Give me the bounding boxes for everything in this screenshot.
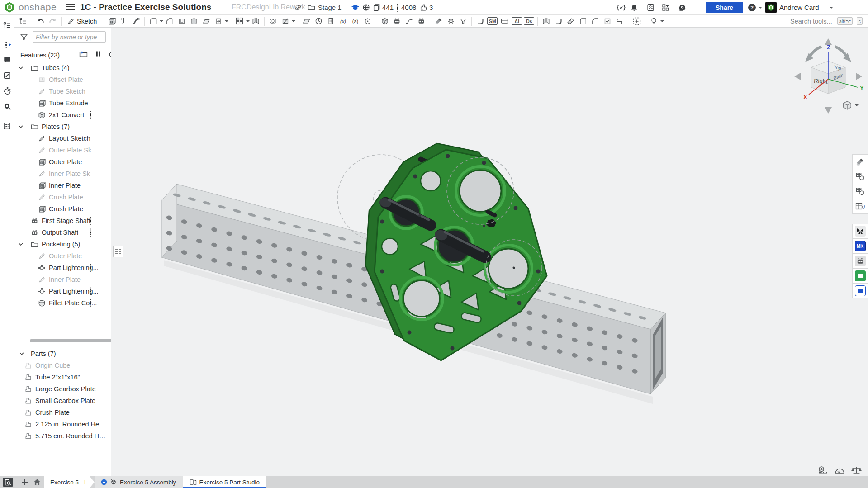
ai-badge[interactable]: Ai bbox=[511, 16, 523, 27]
chevron-down-icon[interactable] bbox=[18, 124, 24, 129]
feature-row[interactable]: Crush Plate bbox=[14, 191, 111, 203]
chevron-down-icon[interactable] bbox=[18, 65, 24, 71]
custom-feature-robot-icon[interactable] bbox=[391, 16, 403, 27]
undo-icon[interactable] bbox=[34, 16, 47, 27]
suppress-slider-icon[interactable] bbox=[89, 217, 92, 225]
part-row[interactable]: Large Gearbox Plate bbox=[14, 383, 111, 395]
apps-grid-icon[interactable] bbox=[662, 0, 669, 15]
public-globe-icon[interactable] bbox=[362, 0, 370, 15]
bom-table-icon[interactable] bbox=[852, 169, 868, 184]
curve-icon[interactable] bbox=[403, 16, 415, 27]
notifications-bell-icon[interactable]: 9+ bbox=[630, 0, 638, 15]
feature-row[interactable]: Layout Sketch bbox=[14, 133, 111, 144]
app-mk-icon[interactable]: MK bbox=[852, 239, 868, 254]
hole-icon[interactable] bbox=[188, 16, 200, 27]
graphics-area[interactable]: Top Right Back Z Y X bbox=[111, 28, 868, 476]
tolerance-icon[interactable] bbox=[457, 16, 469, 27]
tape-measure-icon[interactable] bbox=[818, 466, 828, 474]
tab-manager-icon[interactable] bbox=[3, 478, 13, 487]
thicken-dropdown[interactable] bbox=[225, 20, 228, 22]
new-folder-icon[interactable] bbox=[79, 50, 88, 58]
transform-icon[interactable] bbox=[325, 16, 337, 27]
draft-icon[interactable] bbox=[200, 16, 212, 27]
chamfer-icon[interactable] bbox=[163, 16, 175, 27]
protractor-icon[interactable] bbox=[835, 466, 845, 474]
sheet-metal-flat-icon[interactable] bbox=[498, 16, 511, 27]
features-panel-flyout-button[interactable] bbox=[113, 246, 123, 257]
sheet-metal-flange-icon[interactable] bbox=[474, 16, 486, 27]
home-tab-button[interactable] bbox=[30, 476, 44, 488]
feature-row[interactable]: Tube Extrude bbox=[14, 97, 111, 109]
tab-assembly[interactable]: Exercise 5 Assembly bbox=[95, 476, 183, 488]
sketch-button[interactable]: Sketch bbox=[64, 16, 100, 27]
chevron-down-icon[interactable] bbox=[19, 351, 24, 356]
config-table-icon[interactable]: x) bbox=[852, 199, 868, 214]
feature-row[interactable]: First Stage Shaft bbox=[14, 215, 111, 227]
export-flat-icon[interactable] bbox=[540, 16, 552, 27]
primitive-cube-icon[interactable] bbox=[379, 16, 391, 27]
feature-row[interactable]: Outer Plate bbox=[14, 250, 111, 262]
education-icon[interactable] bbox=[351, 0, 360, 15]
assembly-robot-icon[interactable] bbox=[648, 16, 660, 27]
cut-list-icon[interactable] bbox=[852, 184, 868, 199]
versions-panel-icon[interactable] bbox=[1, 39, 13, 51]
suppress-pause-icon[interactable] bbox=[95, 50, 101, 57]
versions-stat[interactable]: 4008 bbox=[396, 0, 416, 15]
tab-check-icon[interactable] bbox=[601, 16, 613, 27]
app-robot-icon[interactable] bbox=[852, 254, 868, 269]
chevron-down-icon[interactable] bbox=[18, 242, 24, 247]
thicken-icon[interactable] bbox=[212, 16, 224, 27]
featurescript-search-icon[interactable]: (a) bbox=[349, 16, 361, 27]
ds-badge[interactable]: Ds bbox=[523, 16, 535, 27]
parts-header[interactable]: Parts (7) bbox=[14, 348, 111, 360]
split-icon[interactable] bbox=[279, 16, 291, 27]
bend-icon[interactable] bbox=[552, 16, 564, 27]
main-menu-button[interactable] bbox=[66, 4, 75, 11]
eraser-icon[interactable] bbox=[564, 16, 577, 27]
feature-row[interactable]: Tubes (4) bbox=[14, 62, 111, 74]
feature-filter-input[interactable] bbox=[33, 31, 106, 43]
notes-panel-icon[interactable] bbox=[1, 70, 13, 81]
redo-icon[interactable] bbox=[47, 16, 59, 27]
copies-stat[interactable]: 441 bbox=[373, 0, 394, 15]
custom-gear-icon[interactable] bbox=[445, 16, 457, 27]
feature-row[interactable]: Pocketing (5) bbox=[14, 238, 111, 250]
linear-pattern-icon[interactable] bbox=[233, 16, 246, 27]
extrude-icon[interactable] bbox=[105, 16, 118, 27]
part-row[interactable]: Tube 2"x1"x16" bbox=[14, 371, 111, 383]
feature-row[interactable]: Inner Plate bbox=[14, 274, 111, 285]
plane-icon[interactable] bbox=[300, 16, 313, 27]
feature-row[interactable]: Offset Plate bbox=[14, 74, 111, 85]
tab-document[interactable]: Exercise 5 - Flip bbox=[44, 476, 95, 488]
variable-icon[interactable]: (x) bbox=[337, 16, 349, 27]
feature-row[interactable]: Inner Plate bbox=[14, 180, 111, 191]
fillet-dropdown[interactable] bbox=[160, 20, 163, 22]
feature-row[interactable]: Outer Plate Sk bbox=[14, 144, 111, 156]
user-name[interactable]: Andrew Card bbox=[779, 4, 819, 11]
hem-icon[interactable] bbox=[613, 16, 626, 27]
mass-properties-icon[interactable] bbox=[851, 466, 862, 474]
onshape-logo[interactable]: onshape bbox=[4, 1, 57, 13]
appearance-icon[interactable] bbox=[432, 16, 445, 27]
view-mode-button[interactable] bbox=[839, 99, 862, 112]
learning-center-icon[interactable] bbox=[678, 0, 686, 15]
horizontal-scrollbar[interactable] bbox=[30, 339, 111, 342]
revolve-icon[interactable] bbox=[118, 16, 130, 27]
feature-row[interactable]: Part Lightening... bbox=[14, 285, 111, 297]
rollback-clock-icon[interactable] bbox=[108, 50, 111, 58]
mate-connector-icon[interactable] bbox=[361, 16, 374, 27]
tab-part-studio[interactable]: Exercise 5 Part Studio bbox=[183, 476, 266, 488]
likes-stat[interactable]: 3 bbox=[420, 0, 433, 15]
boolean-icon[interactable] bbox=[267, 16, 279, 27]
search-settings-icon[interactable] bbox=[1, 100, 13, 112]
insert-dashed-icon[interactable] bbox=[631, 16, 643, 27]
feature-row[interactable]: Inner Plate Sk bbox=[14, 168, 111, 180]
feature-list-toggle-icon[interactable] bbox=[17, 16, 29, 27]
pattern-dropdown[interactable] bbox=[246, 20, 250, 22]
shell-icon[interactable] bbox=[175, 16, 188, 27]
avatar[interactable] bbox=[765, 2, 777, 13]
part-row[interactable]: 2.125 in. Rounded Hex ... bbox=[14, 418, 111, 430]
document-title[interactable]: 1C - Practice Exercise Solutions bbox=[80, 2, 211, 12]
mirror-icon[interactable] bbox=[250, 16, 262, 27]
appearance-panel-icon[interactable] bbox=[852, 154, 868, 169]
